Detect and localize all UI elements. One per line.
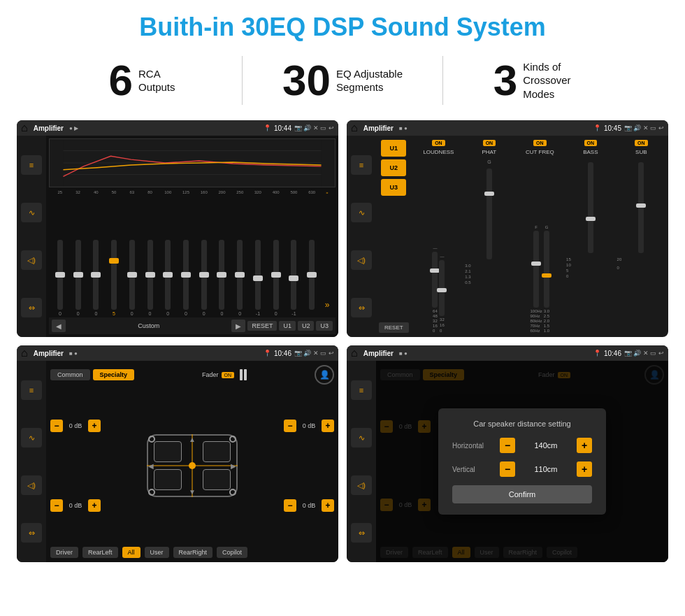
confirm-button[interactable]: Confirm xyxy=(452,485,592,503)
horizontal-plus-btn[interactable]: + xyxy=(577,438,592,453)
eq-band-12[interactable] xyxy=(268,240,284,310)
horizontal-minus-btn[interactable]: − xyxy=(500,438,515,453)
u3-preset-btn[interactable]: U3 xyxy=(381,179,406,196)
car-diagram: ▲ ▼ ◀ ▶ xyxy=(140,427,245,504)
home-icon-2[interactable]: ⌂ xyxy=(351,122,358,134)
all-btn[interactable]: All xyxy=(122,547,140,558)
eq-icon-btn-4[interactable]: ≡ xyxy=(351,380,372,400)
eq-band-4[interactable] xyxy=(124,240,140,310)
expand-icon-btn-4[interactable]: ⇔ xyxy=(351,523,372,543)
eq-band-14[interactable] xyxy=(303,240,320,310)
plus-btn-fr[interactable]: + xyxy=(322,420,334,432)
eq-values-row: 0 0 0 5 0 0 0 0 0 0 0 -1 0 -1 xyxy=(49,310,336,317)
driver-btn[interactable]: Driver xyxy=(50,547,78,558)
plus-btn-rl[interactable]: + xyxy=(88,499,101,512)
side-controls-1: ≡ ∿ ◁) ⇔ xyxy=(17,136,46,337)
home-icon-4[interactable]: ⌂ xyxy=(351,347,358,359)
wave-icon-btn[interactable]: ∿ xyxy=(21,203,42,222)
status-bar-2: ⌂ Amplifier ■ ● 📍 10:45 📷 🔊 ✕ ▭ ↩ xyxy=(347,120,668,136)
user-btn[interactable]: User xyxy=(145,547,169,558)
vertical-minus-btn[interactable]: − xyxy=(500,461,515,477)
eq-expand-btn[interactable]: » xyxy=(322,300,333,310)
minus-btn-fl[interactable]: − xyxy=(50,420,63,432)
status-dots-3: ■ ● xyxy=(69,350,78,357)
u1-btn[interactable]: U1 xyxy=(279,321,296,331)
status-icons-2: 📷 🔊 ✕ ▭ ↩ xyxy=(624,124,664,131)
wave-icon-btn-2[interactable]: ∿ xyxy=(351,203,372,222)
eq-band-6[interactable] xyxy=(159,240,176,310)
eq-icon-btn-3[interactable]: ≡ xyxy=(21,380,42,400)
play-btn[interactable]: ▶ xyxy=(231,320,245,332)
sub-label: SUB xyxy=(635,149,647,155)
vertical-plus-btn[interactable]: + xyxy=(577,461,592,477)
db-control-fl: − 0 dB + xyxy=(50,420,101,432)
home-icon-1[interactable]: ⌂ xyxy=(21,122,28,134)
eq-band-13[interactable] xyxy=(286,240,303,310)
avatar-btn-3[interactable]: 👤 xyxy=(315,365,334,385)
tab-common-3[interactable]: Common xyxy=(50,369,90,380)
location-icon-3: 📍 xyxy=(264,350,271,357)
location-icon-2: 📍 xyxy=(593,124,601,131)
tab-specialty-3[interactable]: Specialty xyxy=(93,369,135,380)
expand-icon-btn-3[interactable]: ⇔ xyxy=(21,523,42,543)
vertical-row: Vertical − 110cm + xyxy=(452,461,592,477)
eq-band-0[interactable] xyxy=(52,240,68,310)
volume-icon-btn-3[interactable]: ◁) xyxy=(21,475,42,495)
eq-band-2[interactable] xyxy=(87,240,104,310)
reset-btn[interactable]: RESET xyxy=(247,321,277,331)
minus-btn-rr[interactable]: − xyxy=(284,499,296,512)
phat-label: PHAT xyxy=(482,149,497,155)
volume-icon-btn-2[interactable]: ◁) xyxy=(351,250,372,270)
reset-btn-2[interactable]: RESET xyxy=(379,322,409,333)
u2-btn[interactable]: U2 xyxy=(298,321,315,331)
plus-btn-fl[interactable]: + xyxy=(88,420,101,432)
u3-btn[interactable]: U3 xyxy=(316,321,333,331)
app-title-4: Amplifier xyxy=(363,350,394,357)
eq-band-8[interactable] xyxy=(196,240,212,310)
rearleft-btn[interactable]: RearLeft xyxy=(82,547,118,558)
eq-graph xyxy=(49,138,336,187)
status-icons-4: 📷 🔊 ✕ ▭ ↩ xyxy=(624,350,664,357)
db-value-rl: 0 dB xyxy=(65,502,86,509)
eq-band-10[interactable] xyxy=(231,240,248,310)
home-icon-3[interactable]: ⌂ xyxy=(21,347,28,359)
time-4: 10:46 xyxy=(604,350,621,357)
eq-band-3[interactable] xyxy=(106,240,122,310)
eq-icon-btn-2[interactable]: ≡ xyxy=(351,155,372,175)
copilot-btn[interactable]: Copilot xyxy=(217,547,247,558)
expand-icon-btn-2[interactable]: ⇔ xyxy=(351,298,372,317)
db-value-fr: 0 dB xyxy=(298,422,319,429)
wave-icon-btn-4[interactable]: ∿ xyxy=(351,428,372,447)
eq-band-9[interactable] xyxy=(214,240,231,310)
wave-icon-btn-3[interactable]: ∿ xyxy=(21,428,42,447)
time-2: 10:45 xyxy=(604,124,621,132)
volume-icon-btn[interactable]: ◁) xyxy=(21,250,42,270)
screen2-side: ≡ ∿ ◁) ⇔ xyxy=(347,136,376,337)
stat-crossover: 3 Kinds of Crossover Modes xyxy=(443,59,643,102)
volume-icon-btn-4[interactable]: ◁) xyxy=(351,475,372,495)
u1-preset-btn[interactable]: U1 xyxy=(381,140,406,157)
eq-band-5[interactable] xyxy=(142,240,159,310)
eq-icon-btn[interactable]: ≡ xyxy=(21,155,42,175)
bass-label: BASS xyxy=(583,149,598,155)
minus-btn-rl[interactable]: − xyxy=(50,499,63,512)
prev-btn[interactable]: ◀ xyxy=(52,320,66,332)
horizontal-value: 140cm xyxy=(521,441,571,450)
minus-btn-fr[interactable]: − xyxy=(284,420,296,432)
status-bar-1: ⌂ Amplifier ● ▶ 📍 10:44 📷 🔊 ✕ ▭ ↩ xyxy=(17,120,338,136)
vertical-value: 110cm xyxy=(521,465,571,473)
horizontal-row: Horizontal − 140cm + xyxy=(452,438,592,453)
eq-band-labels-row: 25 32 40 50 63 80 100 125 160 200 250 32… xyxy=(49,190,336,196)
time-3: 10:46 xyxy=(274,350,291,357)
stat-number-crossover: 3 xyxy=(493,59,517,102)
stat-number-rca: 6 xyxy=(108,59,132,102)
on-sub: ON xyxy=(635,140,648,146)
eq-band-1[interactable] xyxy=(70,240,87,310)
eq-band-7[interactable] xyxy=(178,240,194,310)
eq-band-11[interactable] xyxy=(250,240,266,310)
rearright-btn[interactable]: RearRight xyxy=(173,547,213,558)
expand-icon-btn[interactable]: ⇔ xyxy=(21,298,42,317)
plus-btn-rr[interactable]: + xyxy=(322,499,334,512)
status-icons-3: 📷 🔊 ✕ ▭ ↩ xyxy=(294,350,334,357)
u2-preset-btn[interactable]: U2 xyxy=(381,159,406,176)
